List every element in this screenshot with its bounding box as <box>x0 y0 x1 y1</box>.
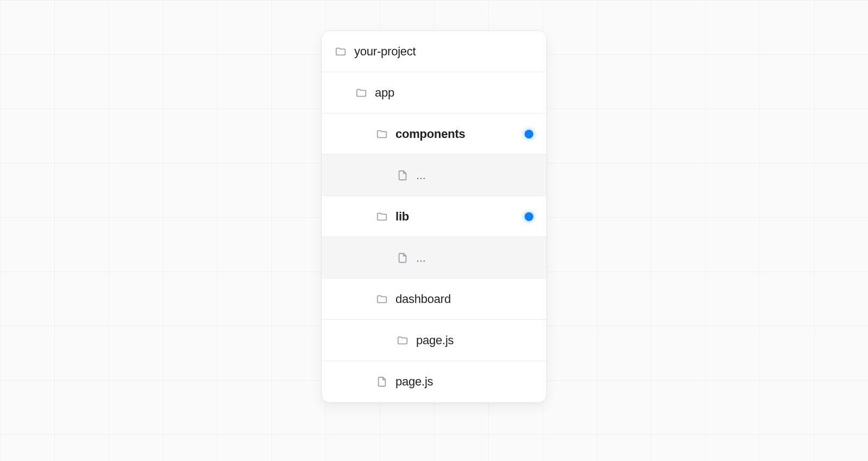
tree-row-lib[interactable]: lib <box>322 196 546 237</box>
tree-row-app[interactable]: app <box>322 72 546 113</box>
file-icon <box>397 169 409 181</box>
tree-label-lib-placeholder: ... <box>416 251 426 265</box>
folder-icon <box>397 334 409 346</box>
folder-icon <box>335 46 347 58</box>
folder-icon <box>376 128 388 140</box>
tree-row-root[interactable]: your-project <box>322 31 546 72</box>
status-dot <box>525 130 533 138</box>
file-tree-panel: your-project app components ... <box>321 30 547 403</box>
status-dot <box>525 212 533 221</box>
tree-label-app-page: page.js <box>395 375 433 389</box>
tree-row-components-placeholder: ... <box>322 155 546 196</box>
folder-icon <box>376 293 388 305</box>
tree-row-dashboard[interactable]: dashboard <box>322 279 546 320</box>
tree-label-components-placeholder: ... <box>416 168 426 182</box>
tree-label-components: components <box>395 127 465 141</box>
folder-icon <box>376 211 388 223</box>
tree-label-dashboard: dashboard <box>395 292 451 306</box>
tree-label-app: app <box>375 86 394 100</box>
tree-label-dashboard-page: page.js <box>416 333 454 348</box>
folder-icon <box>355 87 367 99</box>
tree-row-dashboard-page[interactable]: page.js <box>322 320 546 361</box>
tree-row-lib-placeholder: ... <box>322 237 546 279</box>
tree-row-components[interactable]: components <box>322 113 546 155</box>
file-icon <box>397 252 409 264</box>
tree-row-app-page[interactable]: page.js <box>322 361 546 402</box>
tree-label-lib: lib <box>395 210 409 224</box>
file-icon <box>376 376 388 388</box>
tree-label-root: your-project <box>354 45 416 59</box>
